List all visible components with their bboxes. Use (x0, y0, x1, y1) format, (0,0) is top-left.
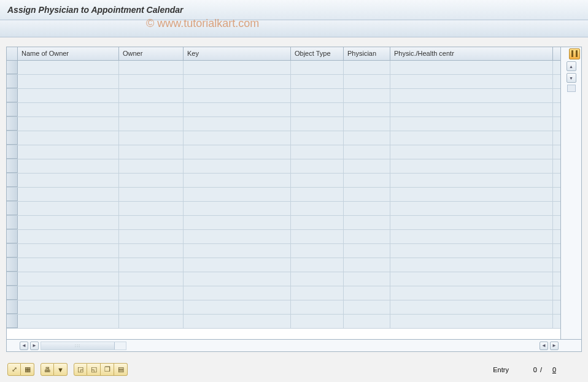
row-handle[interactable] (7, 315, 18, 328)
row-handle[interactable] (7, 159, 18, 173)
cell[interactable] (390, 89, 553, 102)
table-row[interactable] (7, 145, 560, 159)
table-row[interactable] (7, 315, 560, 329)
table-row[interactable] (7, 230, 560, 244)
cell[interactable] (291, 89, 344, 102)
cell[interactable] (18, 188, 119, 201)
table-row[interactable] (7, 89, 560, 103)
cell[interactable] (344, 315, 390, 328)
col-header-health-centr[interactable]: Physic./Health centr (390, 47, 553, 60)
row-handle[interactable] (7, 174, 18, 187)
cell[interactable] (18, 89, 119, 102)
col-header-owner[interactable]: Owner (119, 47, 184, 60)
cell[interactable] (119, 188, 184, 201)
hscroll-thumb[interactable]: ::: (41, 342, 115, 350)
cell[interactable] (344, 131, 390, 145)
cell[interactable] (184, 75, 291, 88)
table-row[interactable] (7, 300, 560, 315)
row-handle[interactable] (7, 258, 18, 272)
cell[interactable] (344, 188, 390, 201)
cell[interactable] (390, 216, 553, 229)
cell[interactable] (344, 89, 390, 102)
cell[interactable] (390, 202, 553, 215)
cell[interactable] (390, 159, 553, 173)
row-handle[interactable] (7, 131, 18, 145)
scroll-up-button[interactable]: ▲ (567, 61, 576, 71)
cell[interactable] (184, 174, 291, 187)
cell[interactable] (291, 202, 344, 215)
cell[interactable] (18, 230, 119, 243)
filter-button[interactable]: ▼ (54, 363, 68, 376)
collapse-button[interactable]: ◱ (87, 363, 101, 376)
cell[interactable] (390, 145, 553, 159)
cell[interactable] (184, 188, 291, 201)
cell[interactable] (344, 75, 390, 88)
row-handle[interactable] (7, 117, 18, 131)
row-handle-header[interactable] (7, 47, 18, 60)
cell[interactable] (291, 75, 344, 88)
cell[interactable] (119, 216, 184, 229)
cell[interactable] (119, 272, 184, 286)
cell[interactable] (344, 159, 390, 173)
row-handle[interactable] (7, 145, 18, 159)
cell[interactable] (18, 159, 119, 173)
cell[interactable] (119, 202, 184, 215)
cell[interactable] (184, 216, 291, 229)
row-handle[interactable] (7, 230, 18, 243)
table-row[interactable] (7, 286, 560, 300)
cell[interactable] (18, 103, 119, 117)
configure-columns-button[interactable] (569, 48, 580, 59)
cell[interactable] (291, 286, 344, 300)
cell[interactable] (184, 230, 291, 243)
table-row[interactable] (7, 159, 560, 174)
cell[interactable] (344, 103, 390, 117)
cell[interactable] (119, 300, 184, 314)
cell[interactable] (18, 117, 119, 131)
cell[interactable] (291, 230, 344, 243)
cell[interactable] (184, 244, 291, 258)
cell[interactable] (291, 300, 344, 314)
cell[interactable] (291, 131, 344, 145)
row-handle[interactable] (7, 188, 18, 201)
cell[interactable] (291, 188, 344, 201)
cell[interactable] (390, 174, 553, 187)
hscroll-track-left[interactable]: ::: (41, 342, 126, 350)
table-row[interactable] (7, 258, 560, 272)
cell[interactable] (18, 145, 119, 159)
cell[interactable] (344, 272, 390, 286)
row-handle[interactable] (7, 89, 18, 102)
cell[interactable] (119, 286, 184, 300)
copy-button[interactable]: ❐ (101, 363, 114, 376)
cell[interactable] (18, 174, 119, 187)
cell[interactable] (119, 75, 184, 88)
cell[interactable] (18, 61, 119, 74)
col-header-key[interactable]: Key (184, 47, 291, 60)
row-handle[interactable] (7, 272, 18, 286)
table-row[interactable] (7, 131, 560, 145)
table-row[interactable] (7, 188, 560, 202)
cell[interactable] (344, 258, 390, 272)
cell[interactable] (119, 315, 184, 328)
cell[interactable] (184, 272, 291, 286)
cell[interactable] (184, 258, 291, 272)
col-header-name-of-owner[interactable]: Name of Owner (18, 47, 119, 60)
cell[interactable] (119, 131, 184, 145)
cell[interactable] (291, 61, 344, 74)
scroll-down-button[interactable]: ▼ (567, 73, 576, 83)
cell[interactable] (344, 202, 390, 215)
cell[interactable] (184, 300, 291, 314)
cell[interactable] (184, 89, 291, 102)
cell[interactable] (291, 174, 344, 187)
cell[interactable] (291, 272, 344, 286)
cell[interactable] (18, 75, 119, 88)
cell[interactable] (184, 315, 291, 328)
table-row[interactable] (7, 61, 560, 75)
cell[interactable] (184, 286, 291, 300)
cell[interactable] (291, 258, 344, 272)
cell[interactable] (119, 258, 184, 272)
cell[interactable] (184, 159, 291, 173)
cell[interactable] (184, 145, 291, 159)
vscroll-thumb[interactable] (567, 85, 576, 92)
cell[interactable] (291, 145, 344, 159)
cell[interactable] (119, 103, 184, 117)
